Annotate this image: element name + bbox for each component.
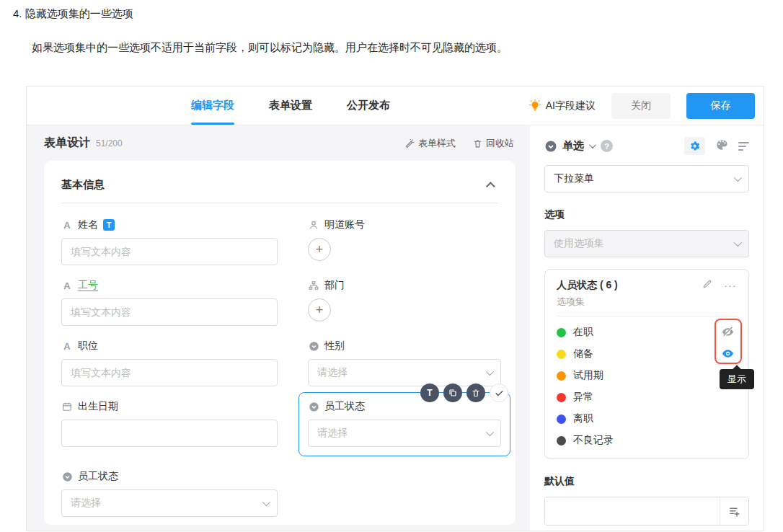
field-label-row: 员工状态 bbox=[61, 469, 278, 484]
position-input[interactable] bbox=[61, 359, 278, 386]
field-type-caret-icon[interactable] bbox=[589, 141, 596, 148]
add-member-button[interactable]: + bbox=[308, 238, 331, 261]
field-label: 明道账号 bbox=[324, 218, 365, 231]
field-name[interactable]: A 姓名 T bbox=[61, 218, 278, 265]
field-department[interactable]: 部门 + bbox=[308, 278, 501, 326]
gender-select[interactable]: 请选择 bbox=[308, 359, 501, 386]
more-options-icon[interactable]: ··· bbox=[724, 282, 737, 289]
dropdown-circle-icon bbox=[61, 471, 73, 482]
chevron-down-icon bbox=[734, 174, 742, 182]
save-button[interactable]: 保存 bbox=[686, 93, 755, 119]
tab-public-publish[interactable]: 公开发布 bbox=[347, 87, 390, 125]
field-birthday[interactable]: 出生日期 bbox=[61, 399, 278, 456]
chevron-down-icon bbox=[486, 428, 494, 436]
form-style-button[interactable]: 表单样式 bbox=[404, 137, 456, 150]
display-style-select[interactable]: 下拉菜单 bbox=[544, 165, 749, 192]
section-basic-info[interactable]: 基本信息 bbox=[61, 178, 498, 192]
field-label: 姓名 bbox=[78, 218, 98, 231]
field-label: 部门 bbox=[324, 279, 345, 292]
select-placeholder: 请选择 bbox=[317, 427, 348, 440]
chevron-down-icon bbox=[486, 368, 494, 376]
field-label-row: 出生日期 bbox=[61, 399, 278, 414]
title-field-tool-icon[interactable]: T bbox=[420, 384, 439, 402]
form-design-actions: 表单样式 回收站 bbox=[404, 137, 514, 150]
tab-label: 公开发布 bbox=[347, 99, 390, 112]
field-single-select-copy[interactable]: 单选-复制 请选择 bbox=[61, 530, 278, 531]
field-emp-status-2[interactable]: 员工状态 请选择 bbox=[61, 469, 278, 517]
option-set-card: 人员状态 ( 6 ) ··· 选项集 在职 bbox=[544, 269, 749, 459]
birthday-input[interactable] bbox=[61, 420, 278, 447]
palette-icon[interactable] bbox=[715, 138, 728, 154]
topbar-actions: AI字段建议 关闭 保存 bbox=[528, 93, 755, 119]
field-label-row: 单选-复制 bbox=[61, 530, 278, 531]
collapse-chevron-icon[interactable] bbox=[486, 182, 495, 191]
option-set-name: 人员状态 ( 6 ) bbox=[557, 279, 618, 292]
option-source-select[interactable]: 使用选项集 bbox=[544, 230, 749, 257]
field-position[interactable]: A 职位 bbox=[61, 339, 278, 386]
delete-icon[interactable] bbox=[466, 384, 485, 402]
name-input[interactable] bbox=[61, 238, 278, 265]
tab-form-settings[interactable]: 表单设置 bbox=[269, 87, 312, 125]
section-title: 基本信息 bbox=[61, 178, 105, 192]
field-label: 工号 bbox=[78, 279, 98, 292]
option-label: 储备 bbox=[573, 347, 593, 360]
option-color-dot bbox=[557, 328, 566, 337]
job-number-input[interactable] bbox=[61, 298, 278, 326]
form-design-title: 表单设计 bbox=[44, 136, 90, 151]
option-color-dot bbox=[557, 414, 566, 424]
eye-off-icon[interactable] bbox=[721, 325, 735, 342]
ai-field-suggest-button[interactable]: AI字段建议 bbox=[528, 99, 596, 112]
copy-icon[interactable] bbox=[443, 384, 462, 402]
chevron-down-icon bbox=[262, 498, 270, 506]
form-editor-screenshot: 编辑字段 表单设置 公开发布 bbox=[26, 86, 764, 531]
recycle-bin-button[interactable]: 回收站 bbox=[473, 137, 514, 150]
text-field-icon: A bbox=[61, 280, 73, 291]
show-tooltip: 显示 bbox=[720, 369, 754, 389]
option-color-dot bbox=[557, 350, 566, 359]
default-value-group bbox=[544, 497, 749, 526]
emp-status-2-select[interactable]: 请选择 bbox=[61, 489, 278, 517]
select-default-button[interactable] bbox=[720, 497, 748, 525]
emp-status-select[interactable]: 请选择 bbox=[308, 420, 501, 447]
field-emp-status-selected-wrapper: T bbox=[308, 399, 501, 456]
option-label: 不良记录 bbox=[573, 434, 614, 447]
field-label: 员工状态 bbox=[324, 400, 365, 413]
select-placeholder: 请选择 bbox=[71, 497, 101, 510]
text-field-icon: A bbox=[61, 220, 73, 231]
field-mingdao-account[interactable]: 明道账号 + bbox=[308, 218, 501, 265]
option-row: 在职 bbox=[557, 322, 737, 343]
settings-gear-icon[interactable] bbox=[684, 137, 705, 155]
active-tab-underline bbox=[191, 123, 234, 125]
confirm-check-icon[interactable] bbox=[490, 384, 508, 402]
text-field-icon: A bbox=[61, 341, 73, 352]
trash-icon bbox=[473, 138, 482, 148]
tab-label: 表单设置 bbox=[269, 99, 312, 112]
form-design-area: 表单设计 51/200 表单样式 bbox=[27, 125, 530, 531]
sort-lines-icon[interactable] bbox=[738, 142, 749, 151]
documentation-page: 4. 隐藏选项集的一些选项 如果选项集中的一些选项不适用于当前字段，则可以标记为… bbox=[0, 0, 783, 532]
option-row: 储备 bbox=[557, 343, 737, 365]
option-label: 试用期 bbox=[573, 369, 603, 382]
field-gender[interactable]: 性别 请选择 bbox=[308, 339, 501, 386]
close-button[interactable]: 关闭 bbox=[611, 93, 671, 119]
text-badge-icon: T bbox=[103, 219, 115, 231]
edit-pencil-icon[interactable] bbox=[702, 279, 712, 292]
default-value-label: 默认值 bbox=[544, 475, 749, 488]
chevron-down-icon bbox=[734, 239, 742, 247]
help-icon[interactable]: ? bbox=[601, 140, 613, 152]
default-value-input[interactable] bbox=[545, 497, 720, 525]
eye-show-icon[interactable] bbox=[721, 347, 735, 363]
editor-body: 表单设计 51/200 表单样式 bbox=[27, 125, 764, 531]
tab-bar: 编辑字段 表单设置 公开发布 bbox=[191, 87, 390, 125]
tab-edit-fields[interactable]: 编辑字段 bbox=[191, 87, 234, 125]
field-label-row: 性别 bbox=[308, 339, 501, 353]
option-set-kind: 选项集 bbox=[557, 296, 737, 309]
panel-tools bbox=[684, 137, 749, 155]
field-label-row: A 姓名 T bbox=[61, 218, 278, 232]
field-settings-panel: 单选 ? 下拉菜单 bbox=[530, 125, 764, 531]
field-job-number[interactable]: A 工号 bbox=[61, 278, 278, 326]
add-department-button[interactable]: + bbox=[308, 298, 331, 322]
field-label: 职位 bbox=[78, 340, 98, 353]
option-set-divider bbox=[557, 316, 737, 316]
field-emp-status-selected[interactable]: T bbox=[298, 392, 510, 456]
